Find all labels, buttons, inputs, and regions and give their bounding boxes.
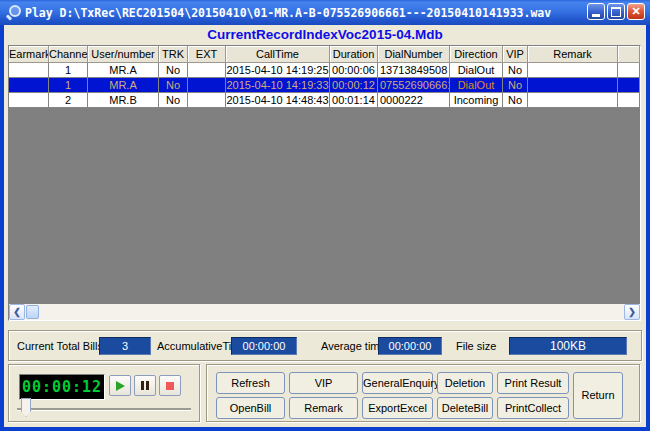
column-header-direction[interactable]: Direction <box>450 46 503 63</box>
cell: 0000222 <box>378 93 450 108</box>
actions-panel: Return RefreshVIPGeneralEnquiryDeletionP… <box>206 364 640 422</box>
cell: 2 <box>49 93 88 108</box>
cell <box>9 93 49 108</box>
print-result-button[interactable]: Print Result <box>497 372 569 394</box>
player-panel: 00:00:12 <box>8 364 200 422</box>
table-row[interactable]: 1MR.ANo2015-04-10 14:19:3300:00:12075526… <box>9 78 640 93</box>
cell: MR.B <box>88 93 159 108</box>
table-rows: 1MR.ANo2015-04-10 14:19:2500:00:06137138… <box>9 63 640 108</box>
elapsed-time-display: 00:00:12 <box>19 374 105 400</box>
cell: No <box>503 78 528 93</box>
column-header-duration[interactable]: Duration <box>330 46 378 63</box>
cell: No <box>503 93 528 108</box>
cell <box>188 63 226 78</box>
column-header-spacer[interactable] <box>618 46 640 63</box>
pause-icon <box>141 381 149 390</box>
column-header-ext[interactable]: EXT <box>188 46 226 63</box>
generalenquiry-button[interactable]: GeneralEnquiry <box>362 372 433 394</box>
return-button[interactable]: Return <box>573 372 623 419</box>
vip-button[interactable]: VIP <box>289 372 358 394</box>
play-button[interactable] <box>109 375 131 396</box>
cell <box>9 63 49 78</box>
deletebill-button[interactable]: DeleteBill <box>437 397 493 419</box>
cell: No <box>159 93 188 108</box>
database-title: CurrentRecordIndexVoc2015-04.Mdb <box>4 27 646 42</box>
table-header-row: EarmarkChannelUser/numberTRKEXTCallTimeD… <box>9 46 640 63</box>
total-bills-label: Current Total Bills <box>17 340 103 352</box>
cell: 13713849508 <box>378 63 450 78</box>
app-window: Play D:\TxRec\REC201504\20150410\01-MR.A… <box>0 0 650 431</box>
cell: 1 <box>49 78 88 93</box>
cell: 2015-04-10 14:48:43 <box>226 93 330 108</box>
close-icon: ✕ <box>631 6 640 17</box>
cell: 2015-04-10 14:19:33 <box>226 78 330 93</box>
column-header-remark[interactable]: Remark <box>528 46 618 63</box>
play-icon <box>116 381 125 391</box>
cell <box>188 78 226 93</box>
cell <box>188 93 226 108</box>
cell: MR.A <box>88 78 159 93</box>
cell <box>618 78 640 93</box>
maximize-button[interactable] <box>607 3 625 20</box>
table-empty-area <box>9 108 640 304</box>
cell: No <box>159 63 188 78</box>
refresh-button[interactable]: Refresh <box>216 372 285 394</box>
column-header-user-number[interactable]: User/number <box>88 46 159 63</box>
cell: 00:01:14 <box>330 93 378 108</box>
cell: 1 <box>49 63 88 78</box>
stop-button[interactable] <box>159 375 181 396</box>
scroll-right-button[interactable]: ❯ <box>624 304 640 320</box>
accumulative-time-value: 00:00:00 <box>231 337 297 355</box>
stats-bar: Current Total Bills 3 AccumulativeTime 0… <box>8 330 642 361</box>
average-time-label: Average time <box>321 340 386 352</box>
deletion-button[interactable]: Deletion <box>437 372 493 394</box>
cell <box>528 78 618 93</box>
cell: DialOut <box>450 78 503 93</box>
cell: MR.A <box>88 63 159 78</box>
cell: DialOut <box>450 63 503 78</box>
column-header-channel[interactable]: Channel <box>49 46 88 63</box>
column-header-trk[interactable]: TRK <box>159 46 188 63</box>
window-title: Play D:\TxRec\REC201504\20150410\01-MR.A… <box>25 6 551 20</box>
client-area: CurrentRecordIndexVoc2015-04.Mdb Earmark… <box>4 25 646 427</box>
close-button[interactable]: ✕ <box>627 3 645 20</box>
table-row[interactable]: 1MR.ANo2015-04-10 14:19:2500:00:06137138… <box>9 63 640 78</box>
scroll-left-icon: ❮ <box>13 308 21 317</box>
file-size-value: 100KB <box>509 337 627 355</box>
maximize-icon <box>611 7 621 17</box>
cell: 2015-04-10 14:19:25 <box>226 63 330 78</box>
cell <box>618 93 640 108</box>
cell: 00:00:06 <box>330 63 378 78</box>
average-time-value: 00:00:00 <box>378 337 442 355</box>
table-row[interactable]: 2MR.BNo2015-04-10 14:48:4300:01:14000022… <box>9 93 640 108</box>
column-header-earmark[interactable]: Earmark <box>9 46 49 63</box>
minimize-button[interactable] <box>587 3 605 20</box>
cell: No <box>159 78 188 93</box>
cell: No <box>503 63 528 78</box>
magnifier-icon <box>6 5 21 20</box>
remark-button[interactable]: Remark <box>289 397 358 419</box>
column-header-vip[interactable]: VIP <box>503 46 528 63</box>
cell: 075526906661 <box>378 78 450 93</box>
seek-slider-thumb[interactable] <box>21 398 31 417</box>
records-table: EarmarkChannelUser/numberTRKEXTCallTimeD… <box>8 45 641 321</box>
exportexcel-button[interactable]: ExportExcel <box>362 397 433 419</box>
seek-slider-track[interactable] <box>17 408 191 411</box>
column-header-calltime[interactable]: CallTime <box>226 46 330 63</box>
openbill-button[interactable]: OpenBill <box>216 397 285 419</box>
printcollect-button[interactable]: PrintCollect <box>497 397 569 419</box>
title-bar[interactable]: Play D:\TxRec\REC201504\20150410\01-MR.A… <box>0 0 650 25</box>
cell: Incoming <box>450 93 503 108</box>
horizontal-scrollbar[interactable]: ❮ ❯ <box>9 304 640 320</box>
scroll-left-button[interactable]: ❮ <box>9 304 25 320</box>
file-size-label: File size <box>456 340 496 352</box>
cell: 00:00:12 <box>330 78 378 93</box>
cell <box>528 93 618 108</box>
pause-button[interactable] <box>134 375 156 396</box>
cell <box>618 63 640 78</box>
column-header-dialnumber[interactable]: DialNumber <box>378 46 450 63</box>
minimize-icon <box>592 14 600 17</box>
scroll-right-icon: ❯ <box>628 308 636 317</box>
scrollbar-thumb[interactable] <box>26 305 39 319</box>
cell <box>528 63 618 78</box>
